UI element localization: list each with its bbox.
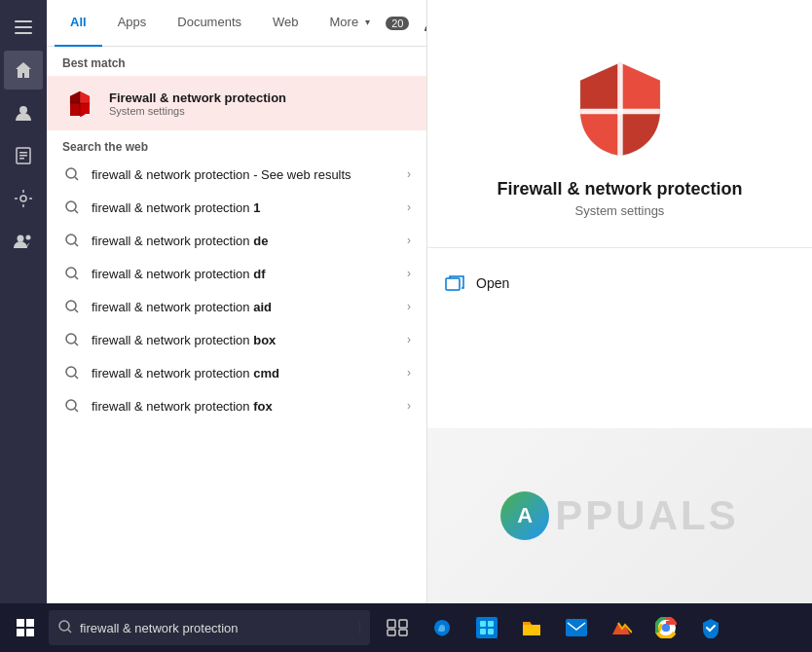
svg-rect-14 (80, 103, 90, 114)
search-icon-5 (62, 330, 82, 349)
search-icon-6 (62, 363, 82, 382)
arrow-icon-3: › (407, 267, 411, 280)
right-panel-title: Firewall & network protection (497, 179, 742, 199)
sidebar-docs-icon[interactable] (4, 136, 43, 175)
right-panel: Firewall & network protection System set… (426, 0, 812, 603)
result-count-badge: 20 (386, 17, 409, 30)
search-icon-7 (62, 396, 82, 416)
file-explorer-icon[interactable] (510, 606, 553, 649)
microsoft-store-icon[interactable] (465, 606, 508, 649)
svg-rect-1 (15, 26, 32, 28)
start-button[interactable] (4, 606, 47, 649)
chrome-icon[interactable] (645, 606, 687, 649)
arrow-icon-2: › (407, 234, 411, 247)
arrow-icon-6: › (407, 366, 411, 380)
sidebar-menu-icon[interactable] (4, 8, 43, 47)
svg-point-19 (66, 235, 76, 244)
svg-point-23 (66, 367, 76, 377)
svg-point-8 (20, 196, 26, 201)
search-web-label: Search the web (47, 130, 426, 158)
search-item-7[interactable]: firewall & network protection fox › (47, 389, 426, 422)
right-panel-subtitle: System settings (575, 203, 665, 218)
sidebar-settings-icon[interactable] (4, 179, 43, 218)
svg-rect-35 (388, 630, 395, 635)
security-icon[interactable] (689, 606, 732, 649)
search-item-text-6: firewall & network protection cmd (92, 366, 397, 380)
svg-rect-6 (19, 155, 27, 157)
search-item-text-2: firewall & network protection de (92, 234, 397, 248)
panel-divider (427, 247, 812, 248)
search-item-6[interactable]: firewall & network protection cmd › (47, 356, 426, 389)
svg-point-45 (662, 624, 670, 632)
sidebar-home-icon[interactable] (4, 51, 43, 90)
task-view-button[interactable] (376, 606, 419, 649)
sidebar-users-icon[interactable] (4, 222, 43, 261)
svg-point-20 (66, 268, 76, 277)
svg-rect-30 (17, 629, 24, 636)
search-icon-1 (62, 198, 82, 217)
search-item-4[interactable]: firewall & network protection aid › (47, 290, 426, 323)
best-match-subtitle: System settings (109, 105, 286, 117)
svg-rect-7 (19, 158, 24, 160)
search-item-text-1: firewall & network protection 1 (92, 200, 397, 215)
svg-point-9 (18, 235, 24, 242)
search-item-text-4: firewall & network protection aid (92, 300, 397, 314)
search-item-1[interactable]: firewall & network protection 1 › (47, 191, 426, 224)
svg-rect-28 (17, 619, 24, 627)
search-icon-4 (62, 297, 82, 316)
tab-documents[interactable]: Documents (162, 0, 257, 47)
open-button[interactable]: Open (427, 264, 812, 303)
taskbar-search-icon (58, 620, 72, 636)
svg-rect-29 (26, 619, 34, 627)
search-item-5[interactable]: firewall & network protection box › (47, 323, 426, 356)
edge-browser-icon[interactable] (421, 606, 463, 649)
svg-rect-38 (480, 621, 486, 627)
svg-rect-0 (15, 20, 32, 22)
svg-rect-37 (476, 617, 498, 638)
arrow-icon-7: › (407, 399, 411, 413)
watermark-area: A PPUALS (427, 428, 812, 603)
tab-web[interactable]: Web (257, 0, 314, 47)
search-icon-2 (62, 231, 82, 250)
best-match-item[interactable]: Firewall & network protection System set… (47, 76, 426, 130)
svg-rect-39 (488, 621, 494, 627)
tab-apps[interactable]: Apps (102, 0, 163, 47)
search-item-3[interactable]: firewall & network protection df › (47, 257, 426, 290)
taskbar-search-input[interactable]: firewall & network protection (80, 621, 351, 635)
sidebar-person-icon[interactable] (4, 93, 43, 132)
svg-rect-5 (19, 152, 27, 154)
arrow-icon-5: › (407, 333, 411, 346)
search-item-0[interactable]: firewall & network protection - See web … (47, 158, 426, 191)
svg-point-18 (66, 201, 76, 211)
text-cursor (359, 621, 360, 634)
tab-all[interactable]: All (55, 0, 102, 47)
taskbar-search-bar[interactable]: firewall & network protection (49, 610, 370, 645)
firewall-shield-icon-small (62, 86, 97, 121)
arrow-icon-0: › (407, 167, 411, 181)
taskbar-apps (376, 606, 732, 649)
svg-point-17 (66, 168, 76, 178)
svg-rect-40 (480, 629, 486, 634)
arrow-icon-4: › (407, 300, 411, 313)
matlab-icon[interactable] (600, 606, 643, 649)
sidebar (0, 0, 47, 603)
search-item-text-3: firewall & network protection df (92, 267, 397, 281)
best-match-title: Firewall & network protection (109, 91, 286, 105)
svg-point-32 (59, 621, 69, 631)
best-match-label: Best match (47, 47, 426, 76)
search-item-2[interactable]: firewall & network protection de › (47, 224, 426, 257)
search-item-text-0: firewall & network protection - See web … (92, 167, 397, 182)
svg-rect-2 (15, 32, 32, 34)
tab-bar: All Apps Documents Web More ▾ 20 (47, 0, 426, 47)
tab-more[interactable]: More ▾ (314, 0, 387, 47)
svg-point-3 (19, 106, 27, 114)
watermark: A PPUALS (500, 491, 738, 540)
search-icon-0 (62, 164, 82, 184)
svg-rect-13 (70, 103, 80, 116)
svg-point-22 (66, 334, 76, 344)
svg-rect-41 (488, 629, 494, 634)
chevron-down-icon: ▾ (365, 17, 370, 27)
open-icon (443, 272, 466, 295)
svg-point-21 (66, 301, 76, 310)
mail-icon[interactable] (555, 606, 598, 649)
